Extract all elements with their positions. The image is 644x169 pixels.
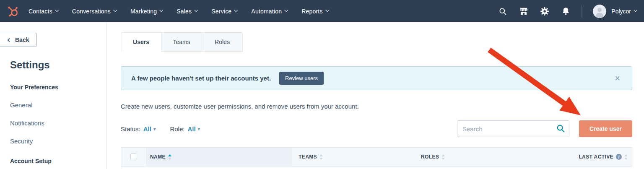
column-header-label: TEAMS [299,154,317,160]
nav-item-marketing[interactable]: Marketing [130,8,162,15]
role-filter-value: All [187,125,195,133]
chevron-down-icon [195,8,198,12]
users-settings-main: Users Teams Roles A few people haven't s… [106,22,644,169]
search-icon[interactable] [498,6,508,16]
back-button[interactable]: Back [0,33,37,47]
select-all-cell [121,148,146,166]
page-title: Settings [10,59,106,71]
nav-item-sales[interactable]: Sales [177,8,197,15]
marketplace-icon[interactable] [519,6,529,16]
sidebar-section-account-setup: Account Setup [10,158,106,164]
sort-arrows-icon [624,154,628,160]
banner-message: A few people haven't set up their accoun… [131,75,271,82]
chevron-down-icon [160,8,163,12]
column-header-label: ROLES [421,154,439,160]
tab-roles[interactable]: Roles [202,32,243,52]
nav-utilities: Polycor [498,5,636,18]
column-header-label: LAST ACTIVE [579,154,613,160]
nav-item-label: Sales [177,8,192,15]
nav-item-service[interactable]: Service [211,8,237,15]
sort-arrows-icon [168,154,171,160]
nav-item-label: Reports [301,8,322,15]
chevron-down-icon [55,8,58,12]
create-user-button[interactable]: Create user [579,120,632,137]
column-header-teams[interactable]: TEAMS [292,148,414,166]
chevron-left-icon [8,38,12,42]
chevron-down-icon [113,8,117,12]
chevron-down-icon [325,8,329,12]
hubspot-logo-icon[interactable] [6,4,20,18]
chevron-down-icon [634,8,637,12]
role-filter-label: Role: [170,125,184,133]
sidebar-item-general[interactable]: General [10,101,106,109]
sort-arrows-icon [441,154,445,160]
table-body-empty-row [121,166,632,169]
nav-item-label: Contacts [29,8,52,15]
nav-item-label: Service [211,8,231,15]
account-menu[interactable]: Polycor [593,5,636,18]
caret-down-icon: ▾ [198,126,200,132]
nav-divider [582,5,582,18]
tab-bar: Users Teams Roles [121,32,632,52]
nav-item-reports[interactable]: Reports [301,8,328,15]
search-field-wrap [457,120,569,137]
role-filter-dropdown[interactable]: All ▾ [187,125,200,133]
sort-arrows-icon [319,154,323,160]
status-filter-value: All [143,125,151,133]
top-navigation-bar: Contacts Conversations Marketing Sales S… [0,0,644,22]
avatar [593,5,606,18]
alert-banner: A few people haven't set up their accoun… [121,66,632,90]
controls-row: Status: All ▾ Role: All ▾ [121,120,632,137]
users-table-header: NAME TEAMS ROLES [121,148,632,166]
chevron-down-icon [234,8,238,12]
column-header-name[interactable]: NAME [146,148,292,166]
sidebar-item-notifications[interactable]: Notifications [10,120,106,127]
close-icon[interactable]: × [615,74,622,83]
back-button-label: Back [15,36,29,43]
tab-users[interactable]: Users [121,32,161,52]
nav-item-conversations[interactable]: Conversations [72,8,116,15]
settings-sidebar: Back Settings Your Preferences General N… [0,22,106,169]
caret-down-icon: ▾ [153,126,156,132]
hubspot-settings-page: Contacts Conversations Marketing Sales S… [0,0,644,169]
settings-gear-icon[interactable] [540,6,550,16]
nav-item-label: Marketing [130,8,157,15]
status-filter: Status: All ▾ [121,125,156,133]
nav-item-label: Conversations [72,8,111,15]
tab-teams[interactable]: Teams [161,32,202,52]
sidebar-item-security[interactable]: Security [10,138,106,145]
column-header-roles[interactable]: ROLES [414,148,527,166]
select-all-checkbox[interactable] [130,153,137,160]
info-icon: i [616,154,622,160]
page-description: Create new users, customize user permiss… [121,103,632,110]
nav-menu: Contacts Conversations Marketing Sales S… [29,8,328,15]
notifications-bell-icon[interactable] [561,6,571,16]
column-header-label: NAME [150,154,166,160]
nav-item-contacts[interactable]: Contacts [29,8,58,15]
nav-item-label: Automation [251,8,282,15]
role-filter: Role: All ▾ [170,125,200,133]
sidebar-section-your-preferences: Your Preferences [10,84,106,91]
nav-item-automation[interactable]: Automation [251,8,287,15]
status-filter-label: Status: [121,125,140,133]
account-name-label: Polycor [611,8,631,15]
search-input[interactable] [457,120,569,137]
status-filter-dropdown[interactable]: All ▾ [143,125,156,133]
search-icon[interactable] [556,124,565,135]
users-table: NAME TEAMS ROLES [121,147,632,169]
review-users-button[interactable]: Review users [279,72,324,85]
chevron-down-icon [285,8,288,12]
column-header-last-active[interactable]: LAST ACTIVE i [527,148,632,166]
